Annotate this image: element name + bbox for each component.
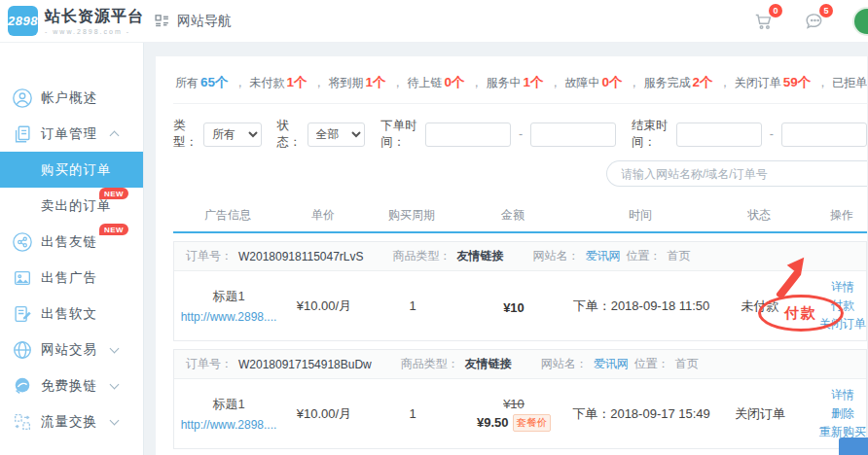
floating-service-widget[interactable] (839, 438, 868, 455)
ad-url-link[interactable]: http://www.2898.... (181, 310, 277, 324)
sidebar-item-account-overview[interactable]: 帐户概述 (0, 80, 143, 116)
table-header: 广告信息 单价 购买周期 金额 时间 状态 操作 (173, 200, 867, 233)
chevron-up-icon (110, 131, 120, 141)
sidebar: 帐户概述 订单管理 购买的订单 卖出的订单 NEW (0, 43, 144, 455)
sidebar-item-label: 帐户概述 (41, 89, 97, 107)
stat-unpaid: 1个 (287, 75, 307, 89)
order-status: 未付款 (715, 278, 805, 333)
article-pen-icon (12, 303, 33, 325)
main-content: 所有65个，未付款1个，将到期1个，待上链0个，服务中1个，故障中0个，服务完成… (144, 43, 868, 455)
sidebar-item-label: 出售广告 (41, 269, 97, 287)
status-filter-select[interactable]: 全部 (307, 122, 366, 147)
col-status: 状态 (714, 200, 804, 231)
nav-site-directory[interactable]: 网站导航 (154, 13, 232, 30)
status-filter-label: 状态： (277, 118, 302, 151)
traffic-exchange-icon (12, 411, 33, 433)
brand-subtitle: - www.2898.com - (45, 28, 144, 35)
brand-logo[interactable]: 2898 站长资源平台 - www.2898.com - (0, 6, 144, 36)
ad-title: 标题1 (212, 288, 244, 305)
end-time-start-input[interactable] (676, 122, 762, 147)
sidebar-item-free-link-exchange[interactable]: 免费换链 (0, 368, 143, 403)
ad-position: 首页 (668, 248, 691, 264)
stat-completed: 2个 (693, 75, 713, 89)
unit-price: ¥10.00/月 (283, 386, 365, 441)
sidebar-item-label: 流量交换 (41, 413, 97, 431)
amount-original: ¥10 (503, 397, 524, 411)
stat-pending-link: 0个 (445, 75, 465, 89)
amount-final: ¥10 (503, 300, 524, 315)
order-group-header: 订单号：W20180918115047rLvS 商品类型：友情链接 网站名：爱讯… (174, 242, 866, 271)
link-exchange-icon (12, 375, 33, 397)
unit-price: ¥10.00/月 (283, 278, 365, 333)
col-period: 购买周期 (364, 200, 459, 231)
grid-menu-icon (154, 13, 170, 29)
action-details[interactable]: 详情 (831, 386, 854, 404)
message-badge: 5 (819, 4, 833, 18)
order-number: W20180918115047rLvS (238, 250, 364, 263)
cart-button[interactable]: 0 (751, 9, 777, 34)
action-details[interactable]: 详情 (831, 278, 854, 297)
sidebar-item-label: 免费换链 (41, 377, 97, 395)
order-group-header: 订单号：W20180917154918BuDw 商品类型：友情链接 网站名：爱讯… (174, 350, 866, 379)
brand-title: 站长资源平台 (45, 7, 144, 27)
ad-url-link[interactable]: http://www.2898.... (181, 418, 277, 432)
sidebar-item-sold-orders[interactable]: 卖出的订单 NEW (0, 188, 143, 224)
order-group: 订单号：W20180918115047rLvS 商品类型：友情链接 网站名：爱讯… (173, 241, 867, 341)
amount-final: ¥9.50 套餐价 (477, 414, 551, 432)
sidebar-item-sell-links[interactable]: 出售友链 NEW (0, 224, 143, 260)
stat-faulty: 0个 (602, 75, 623, 89)
product-type: 友情链接 (457, 248, 504, 264)
order-row: 标题1 http://www.2898.... ¥10.00/月 1 ¥10 ¥… (174, 379, 866, 448)
sidebar-item-purchased-orders[interactable]: 购买的订单 (0, 152, 143, 188)
sidebar-item-sell-ads[interactable]: 出售广告 (0, 260, 143, 296)
action-delete[interactable]: 删除 (831, 404, 854, 423)
sidebar-item-label: 出售软文 (41, 305, 97, 323)
sidebar-item-label: 网站交易 (41, 341, 97, 359)
order-time-start-input[interactable] (425, 122, 511, 147)
sidebar-item-traffic-exchange[interactable]: 流量交换 (0, 403, 143, 439)
chevron-down-icon (110, 415, 120, 425)
cart-badge: 0 (769, 4, 782, 18)
new-badge: NEW (99, 188, 128, 199)
messages-button[interactable]: 5 (802, 9, 827, 34)
action-close-order[interactable]: 关闭订单 (819, 315, 866, 333)
user-avatar[interactable] (852, 7, 868, 36)
end-time-end-input[interactable] (781, 122, 867, 147)
order-time: 下单：2018-09-17 15:49 (567, 386, 715, 441)
share-icon (12, 231, 33, 253)
stat-in-service: 1个 (524, 75, 544, 89)
ad-title: 标题1 (212, 396, 244, 413)
new-badge: NEW (99, 224, 128, 235)
order-row: 标题1 http://www.2898.... ¥10.00/月 1 ¥10 下… (174, 271, 866, 340)
package-price-badge: 套餐价 (513, 414, 552, 432)
filter-bar: 类型： 所有 状态： 全部 下单时间： - 结束时间： - (173, 118, 867, 151)
user-icon (12, 88, 33, 109)
nav-label: 网站导航 (177, 13, 232, 30)
type-filter-label: 类型： (173, 118, 198, 151)
sidebar-item-label: 出售友链 (41, 233, 97, 251)
order-time: 下单：2018-09-18 11:50 (567, 278, 715, 333)
sidebar-item-order-management[interactable]: 订单管理 (0, 116, 143, 152)
purchase-period: 1 (365, 386, 460, 441)
order-stats-summary: 所有65个，未付款1个，将到期1个，待上链0个，服务中1个，故障中0个，服务完成… (173, 60, 867, 104)
orders-panel: 所有65个，未付款1个，将到期1个，待上链0个，服务中1个，故障中0个，服务完成… (156, 56, 867, 455)
order-time-end-input[interactable] (530, 122, 616, 147)
sidebar-item-label: 订单管理 (41, 125, 97, 143)
sidebar-item-site-trading[interactable]: 网站交易 (0, 332, 143, 368)
order-time-label: 下单时间： (380, 118, 419, 151)
col-unit-price: 单价 (282, 200, 364, 231)
site-name-link[interactable]: 爱讯网 (586, 248, 621, 264)
top-header: 2898 站长资源平台 - www.2898.com - 网站导航 0 (0, 0, 868, 43)
stat-expiring: 1个 (366, 75, 386, 89)
col-amount: 金额 (459, 200, 566, 231)
sidebar-item-label: 卖出的订单 (41, 197, 112, 215)
col-time: 时间 (566, 200, 714, 231)
chevron-down-icon (110, 343, 120, 353)
type-filter-select[interactable]: 所有 (203, 122, 262, 147)
search-input[interactable] (606, 160, 867, 187)
image-icon (12, 267, 33, 289)
col-actions: 操作 (804, 200, 868, 231)
site-name-link[interactable]: 爱讯网 (594, 356, 629, 372)
sidebar-item-sell-articles[interactable]: 出售软文 (0, 296, 143, 332)
action-pay[interactable]: 付款 (831, 297, 854, 315)
